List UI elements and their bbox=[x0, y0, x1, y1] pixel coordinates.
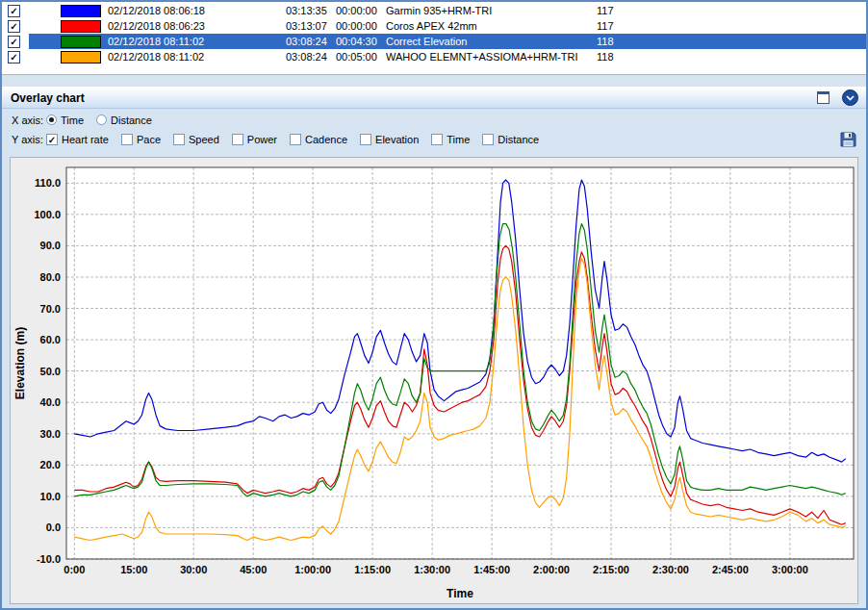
row-duration: 03:08:24 bbox=[286, 36, 336, 47]
row-color-cell bbox=[31, 35, 108, 48]
row-color-cell bbox=[31, 4, 108, 17]
panel-title: Overlay chart bbox=[11, 91, 817, 105]
checkbox-icon[interactable] bbox=[290, 134, 301, 145]
svg-text:20.0: 20.0 bbox=[40, 459, 61, 470]
color-swatch-icon bbox=[61, 5, 101, 17]
yaxis-option-elevation[interactable]: Elevation bbox=[360, 134, 419, 145]
row-value: 118 bbox=[597, 36, 866, 47]
row-checkbox[interactable]: ✓ bbox=[8, 51, 20, 64]
option-label: Pace bbox=[137, 134, 161, 145]
option-label: Time bbox=[61, 114, 84, 126]
yaxis-option-distance[interactable]: Distance bbox=[482, 134, 539, 145]
svg-text:0.0: 0.0 bbox=[46, 521, 61, 533]
chart-canvas: -10.00.010.020.030.040.050.060.070.080.0… bbox=[11, 158, 857, 604]
row-name: Correct Elevation bbox=[386, 36, 597, 47]
row-start-time: 02/12/2018 08:06:23 bbox=[108, 20, 286, 32]
svg-text:30:00: 30:00 bbox=[180, 564, 207, 575]
svg-text:-10.0: -10.0 bbox=[37, 553, 61, 565]
checkbox-icon[interactable]: ✓ bbox=[46, 134, 58, 145]
radio-icon[interactable] bbox=[46, 114, 57, 125]
row-checkbox[interactable]: ✓ bbox=[8, 36, 20, 48]
yaxis-option-time[interactable]: Time bbox=[431, 134, 470, 145]
table-row[interactable]: ✓02/12/2018 08:11:0203:08:2400:05:00WAHO… bbox=[2, 49, 866, 64]
option-label: Heart rate bbox=[62, 134, 109, 145]
option-label: Power bbox=[247, 134, 277, 145]
yaxis-option-heart-rate[interactable]: ✓Heart rate bbox=[46, 134, 109, 145]
yaxis-option-pace[interactable]: Pace bbox=[121, 134, 161, 145]
row-time-offset: 00:04:30 bbox=[336, 36, 386, 47]
y-axis-label: Y axis: bbox=[12, 134, 46, 145]
row-time-offset: 00:05:00 bbox=[336, 51, 386, 63]
row-color-cell bbox=[31, 50, 108, 64]
x-axis-controls: X axis: TimeDistance bbox=[2, 111, 866, 129]
svg-text:70.0: 70.0 bbox=[40, 303, 61, 315]
yaxis-option-speed[interactable]: Speed bbox=[173, 134, 219, 145]
row-start-time: 02/12/2018 08:06:18 bbox=[108, 5, 286, 16]
checkbox-icon[interactable] bbox=[173, 134, 185, 145]
row-checkbox-cell: ✓ bbox=[2, 5, 31, 17]
row-checkbox[interactable]: ✓ bbox=[8, 20, 20, 33]
svg-text:3:00:00: 3:00:00 bbox=[772, 564, 808, 575]
svg-text:2:15:00: 2:15:00 bbox=[593, 564, 629, 575]
svg-text:Time: Time bbox=[447, 587, 473, 600]
overlay-chart-panel: Overlay chart X axis: TimeDistance Y axi… bbox=[2, 74, 866, 608]
row-start-time: 02/12/2018 08:11:02 bbox=[108, 36, 286, 47]
option-label: Elevation bbox=[375, 134, 419, 145]
table-row[interactable]: ✓02/12/2018 08:06:1803:13:3500:00:00Garm… bbox=[2, 3, 866, 18]
svg-text:0:00: 0:00 bbox=[64, 564, 85, 575]
svg-text:90.0: 90.0 bbox=[40, 240, 61, 251]
option-label: Speed bbox=[189, 134, 219, 145]
row-checkbox-cell: ✓ bbox=[2, 51, 31, 64]
color-swatch-icon bbox=[61, 51, 101, 64]
save-icon[interactable] bbox=[840, 132, 856, 147]
svg-text:15:00: 15:00 bbox=[120, 564, 147, 575]
yaxis-option-power[interactable]: Power bbox=[232, 134, 277, 145]
option-label: Distance bbox=[111, 114, 152, 126]
row-color-cell bbox=[31, 19, 108, 33]
svg-text:1:30:00: 1:30:00 bbox=[414, 564, 450, 575]
svg-text:1:15:00: 1:15:00 bbox=[354, 564, 391, 575]
svg-text:50.0: 50.0 bbox=[40, 366, 61, 377]
collapse-panel-icon[interactable] bbox=[842, 89, 858, 106]
radio-icon[interactable] bbox=[96, 114, 107, 125]
svg-text:2:30:00: 2:30:00 bbox=[652, 564, 689, 575]
app-window: ✓02/12/2018 08:06:1803:13:3500:00:00Garm… bbox=[0, 0, 868, 610]
row-value: 117 bbox=[597, 5, 866, 16]
overlay-chart: -10.00.010.020.030.040.050.060.070.080.0… bbox=[10, 157, 858, 604]
checkbox-icon[interactable] bbox=[431, 134, 443, 145]
row-duration: 03:13:35 bbox=[286, 5, 336, 16]
float-window-icon[interactable] bbox=[817, 91, 830, 104]
xaxis-option-distance[interactable]: Distance bbox=[96, 114, 152, 126]
row-checkbox-cell: ✓ bbox=[2, 20, 31, 33]
row-checkbox-cell: ✓ bbox=[2, 36, 31, 48]
row-name: Coros APEX 42mm bbox=[386, 20, 597, 32]
y-axis-controls: Y axis: ✓Heart ratePaceSpeedPowerCadence… bbox=[2, 129, 866, 149]
checkbox-icon[interactable] bbox=[232, 134, 243, 145]
svg-text:2:45:00: 2:45:00 bbox=[712, 564, 749, 575]
option-label: Time bbox=[447, 134, 470, 145]
option-label: Distance bbox=[498, 134, 539, 145]
svg-text:1:45:00: 1:45:00 bbox=[473, 564, 510, 575]
svg-text:100.0: 100.0 bbox=[34, 209, 61, 220]
overlay-chart-header: Overlay chart bbox=[2, 87, 866, 109]
row-name: Garmin 935+HRM-TRI bbox=[386, 5, 597, 16]
yaxis-option-cadence[interactable]: Cadence bbox=[290, 134, 347, 145]
table-row[interactable]: ✓02/12/2018 08:11:0203:08:2400:04:30Corr… bbox=[2, 34, 866, 49]
row-checkbox[interactable]: ✓ bbox=[8, 5, 20, 17]
color-swatch-icon bbox=[61, 20, 101, 33]
svg-text:40.0: 40.0 bbox=[40, 396, 61, 408]
svg-text:30.0: 30.0 bbox=[40, 428, 61, 440]
xaxis-option-time[interactable]: Time bbox=[46, 114, 84, 126]
x-axis-label: X axis: bbox=[12, 114, 46, 126]
svg-text:80.0: 80.0 bbox=[40, 271, 61, 283]
row-value: 117 bbox=[597, 20, 866, 32]
row-duration: 03:13:07 bbox=[286, 20, 336, 32]
checkbox-icon[interactable] bbox=[360, 134, 371, 145]
svg-text:110.0: 110.0 bbox=[35, 177, 61, 189]
svg-text:45:00: 45:00 bbox=[240, 564, 267, 575]
checkbox-icon[interactable] bbox=[482, 134, 494, 145]
row-duration: 03:08:24 bbox=[286, 51, 336, 63]
svg-text:10.0: 10.0 bbox=[40, 491, 61, 502]
table-row[interactable]: ✓02/12/2018 08:06:2303:13:0700:00:00Coro… bbox=[2, 18, 866, 34]
checkbox-icon[interactable] bbox=[121, 134, 133, 145]
